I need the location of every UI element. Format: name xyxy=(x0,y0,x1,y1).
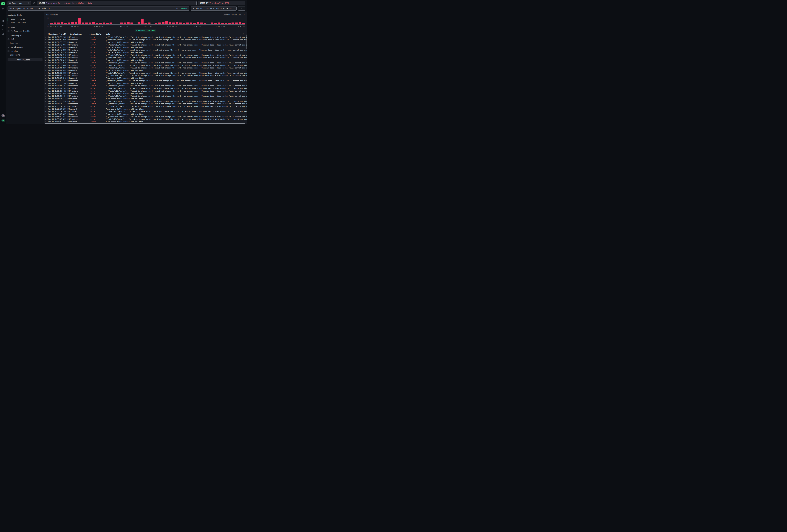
histogram-bar[interactable] xyxy=(61,22,63,25)
histogram-bar[interactable] xyxy=(228,23,231,24)
table-row[interactable]: >Jun 11 1:56:03.252 PMfrontenderror{"cod… xyxy=(44,80,247,82)
table-row[interactable]: >Jun 11 1:56:51.980 PMfrontenderror{"cod… xyxy=(44,38,247,41)
run-query-button[interactable] xyxy=(238,6,245,10)
histogram-bar[interactable] xyxy=(225,23,227,24)
col-body[interactable]: Body xyxy=(106,33,247,36)
col-timestamp[interactable]: Timestamp (Local) xyxy=(48,33,70,36)
chart-explorer-icon[interactable] xyxy=(1,24,5,27)
histogram-bar[interactable] xyxy=(141,19,144,24)
table-row[interactable]: >Jun 11 1:55:07.841 PMfrontenderror× {"c… xyxy=(44,115,247,118)
col-servicename[interactable]: ServiceName xyxy=(70,33,90,36)
histogram-bar[interactable] xyxy=(204,23,206,24)
histogram-bar[interactable] xyxy=(96,23,98,24)
table-row[interactable]: >Jun 11 1:55:51.448 PMpaymenterrorVisa c… xyxy=(44,92,247,95)
table-row[interactable]: >Jun 11 1:56:03.254 PMfrontenderror× {"c… xyxy=(44,74,247,77)
histogram-bar[interactable] xyxy=(232,22,234,24)
histogram-bar[interactable] xyxy=(242,23,244,24)
user-avatar[interactable]: U xyxy=(1,119,5,122)
filter-option-info[interactable]: info xyxy=(7,38,42,41)
histogram-bar[interactable] xyxy=(92,22,95,25)
histogram-bar[interactable] xyxy=(162,22,165,25)
dashboards-icon[interactable] xyxy=(1,32,5,36)
histogram-bar[interactable] xyxy=(193,23,196,24)
histogram-bar[interactable] xyxy=(71,22,74,25)
histogram-bar[interactable] xyxy=(89,22,91,24)
table-row[interactable]: >Jun 11 1:54:52.241 PMpaymenterrorVisa c… xyxy=(44,121,247,123)
table-row[interactable]: >Jun 11 1:56:32.849 PMfrontenderror× {"c… xyxy=(44,62,247,64)
histogram-bar[interactable] xyxy=(186,22,189,24)
sidebar-toggle-icon[interactable] xyxy=(1,7,5,11)
denoise-results-row[interactable]: Denoise Results xyxy=(7,30,42,33)
table-row[interactable]: >Jun 11 1:55:07.835 PMfrontenderror{"cod… xyxy=(44,118,247,121)
table-row[interactable]: >Jun 11 1:56:51.982 PMfrontenderror× {"c… xyxy=(44,36,247,38)
client-sessions-icon[interactable] xyxy=(1,28,5,31)
table-row[interactable]: >Jun 11 1:56:43.001 PMfrontenderror× {"c… xyxy=(44,44,247,46)
help-button[interactable]: ? xyxy=(1,114,5,118)
orderby-clause-input[interactable]: ORDER BY TimestampTime DESC xyxy=(198,1,245,5)
histogram-bar[interactable] xyxy=(68,22,70,24)
histogram-bar[interactable] xyxy=(214,23,217,24)
histogram-bar[interactable] xyxy=(155,23,157,24)
table-row[interactable]: >Jun 11 1:55:16.302 PMfrontenderror× {"c… xyxy=(44,105,247,108)
horizontal-scrollbar[interactable] xyxy=(45,123,245,124)
histogram-bar[interactable] xyxy=(200,22,203,24)
table-menu-icon[interactable]: ⋮ xyxy=(242,33,244,35)
histogram-bar[interactable] xyxy=(239,22,241,25)
source-select[interactable]: Demo Logs xyxy=(7,1,31,5)
more-filters-button[interactable]: More filters xyxy=(7,58,42,61)
settings-gear-icon[interactable] xyxy=(32,2,36,5)
table-row[interactable]: >Jun 11 1:56:08.955 PMfrontenderror{"cod… xyxy=(44,72,247,74)
search-query-input[interactable]: SeverityText:error AND "Visa cache full"… xyxy=(7,6,189,10)
histogram-bar[interactable] xyxy=(57,22,60,24)
mode-event-patterns[interactable]: Event Patterns xyxy=(7,21,42,24)
histogram-bar[interactable] xyxy=(103,22,105,24)
table-row[interactable]: >Jun 11 1:56:32.843 PMpaymenterrorVisa c… xyxy=(44,59,247,62)
histogram-bar[interactable] xyxy=(221,23,224,24)
table-row[interactable]: >Jun 11 1:56:42.995 PMpaymenterrorVisa c… xyxy=(44,46,247,49)
info-checkbox[interactable] xyxy=(7,38,9,40)
table-row[interactable]: >Jun 11 1:55:59.765 PMfrontenderror{"cod… xyxy=(44,87,247,90)
table-row[interactable]: >Jun 11 1:55:59.760 PMpaymenterrorVisa c… xyxy=(44,82,247,85)
histogram-bar[interactable] xyxy=(78,18,81,24)
histogram-bar[interactable] xyxy=(99,23,102,24)
table-row[interactable]: >Jun 11 1:56:38.542 PMfrontenderror× {"c… xyxy=(44,54,247,56)
histogram-bar[interactable] xyxy=(176,22,178,25)
histogram-bar[interactable] xyxy=(85,22,88,24)
histogram-bar[interactable] xyxy=(211,22,213,24)
histogram-bar[interactable] xyxy=(218,22,220,24)
histogram-bar[interactable] xyxy=(145,23,147,24)
table-row[interactable]: >Jun 11 1:55:51.452 PMfrontenderror× {"c… xyxy=(44,90,247,92)
histogram-bar[interactable] xyxy=(50,23,53,24)
histogram-bar[interactable] xyxy=(127,22,130,25)
select-clause-input[interactable]: SELECT Timestamp, ServiceName, SeverityT… xyxy=(37,1,197,5)
table-row[interactable]: >Jun 11 1:55:39.324 PMpaymenterrorVisa c… xyxy=(44,98,247,100)
histogram-bar[interactable] xyxy=(179,22,182,24)
table-row[interactable]: >Jun 11 1:55:16.300 PMfrontenderror{"cod… xyxy=(44,110,247,113)
histogram-bar[interactable] xyxy=(64,23,67,24)
table-row[interactable]: >Jun 11 1:56:32.848 PMfrontenderror{"cod… xyxy=(44,64,247,67)
table-row[interactable]: >Jun 11 1:55:39.330 PMfrontenderror{"cod… xyxy=(44,100,247,103)
mode-results-table[interactable]: Results Table xyxy=(7,18,42,21)
histogram-bar[interactable] xyxy=(158,22,161,24)
table-row[interactable]: >Jun 11 1:56:42.999 PMfrontenderror{"cod… xyxy=(44,49,247,51)
table-row[interactable]: >Jun 11 1:56:08.948 PMpaymenterrorVisa c… xyxy=(44,69,247,72)
filter-option-checkout[interactable]: checkout xyxy=(7,50,42,52)
histogram-bar[interactable] xyxy=(197,22,199,25)
app-logo[interactable] xyxy=(1,2,5,5)
histogram-bar[interactable] xyxy=(172,22,175,24)
sql-mode-toggle[interactable]: SQL xyxy=(175,7,178,9)
table-row[interactable]: >Jun 11 1:55:59.767 PMfrontenderror× {"c… xyxy=(44,85,247,87)
table-row[interactable]: >Jun 11 1:55:07.827 PMpaymenterrorVisa c… xyxy=(44,113,247,115)
histogram-bar[interactable] xyxy=(166,21,168,25)
histogram-bar[interactable] xyxy=(169,22,171,25)
histogram-bar[interactable] xyxy=(110,22,112,24)
denoise-checkbox[interactable] xyxy=(7,30,9,32)
col-severitytext[interactable]: SeverityText xyxy=(90,33,106,36)
histogram-bar[interactable] xyxy=(75,22,77,25)
histogram-bar[interactable] xyxy=(137,22,140,25)
vertical-scrollbar[interactable] xyxy=(246,35,247,49)
load-more-severity[interactable]: Load more xyxy=(7,42,42,44)
table-row[interactable]: >Jun 11 1:56:38.534 PMpaymenterrorVisa c… xyxy=(44,51,247,54)
load-more-service[interactable]: Load more xyxy=(7,54,42,56)
checkout-checkbox[interactable] xyxy=(7,50,9,52)
